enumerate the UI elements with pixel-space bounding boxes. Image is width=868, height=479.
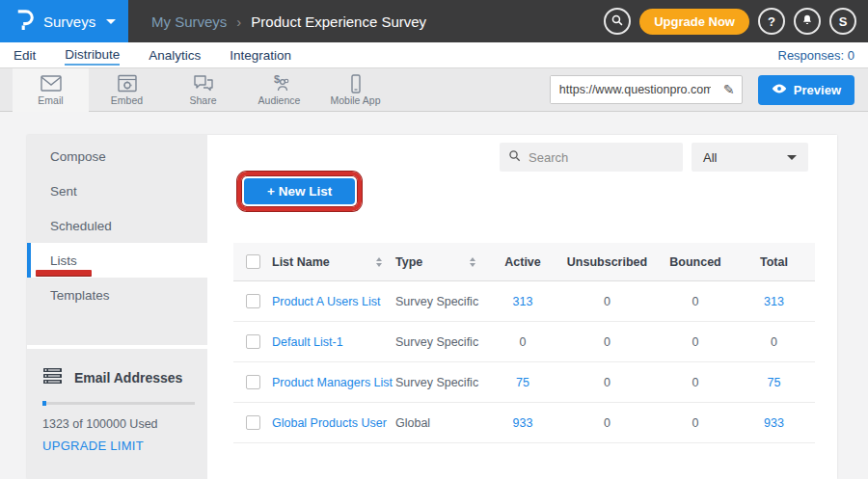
audience-icon: $	[268, 74, 291, 93]
list-type: Survey Specific	[395, 335, 489, 349]
list-name-link[interactable]: Product Managers List	[272, 376, 395, 389]
sidebar-item-compose[interactable]: Compose	[27, 139, 207, 173]
column-header-total: Total	[733, 255, 815, 269]
column-header-list-name[interactable]: List Name	[272, 255, 395, 269]
active-count-link[interactable]: 933	[489, 416, 556, 430]
email-addresses-icon	[42, 367, 63, 387]
table-row: Default List-1 Survey Specific 0 0 0 0	[233, 322, 815, 362]
user-avatar[interactable]: S	[829, 8, 856, 35]
content-card: Compose Sent Scheduled Lists Templates E…	[27, 135, 837, 479]
list-type: Survey Specific	[395, 376, 489, 389]
channel-audience[interactable]: $ Audience	[241, 68, 317, 112]
toolbar-right: ✎ Preview	[550, 75, 868, 105]
chevron-down-icon	[787, 155, 797, 160]
email-sidebar: Compose Sent Scheduled Lists Templates E…	[27, 135, 207, 479]
column-header-active: Active	[489, 255, 556, 269]
total-count: 0	[733, 335, 815, 349]
breadcrumb-my-surveys[interactable]: My Surveys	[151, 13, 227, 30]
eye-icon	[772, 83, 787, 97]
list-type-filter-dropdown[interactable]: All	[692, 143, 808, 172]
active-count-link[interactable]: 75	[489, 376, 556, 389]
total-count-link[interactable]: 313	[733, 295, 815, 308]
table-header-row: List Name Type Active Unsubscribed Bounc…	[233, 243, 815, 281]
bounced-count: 0	[658, 416, 733, 430]
table-row: Product A Users List Survey Specific 313…	[233, 281, 815, 322]
email-usage-progressbar	[42, 402, 195, 405]
search-button[interactable]	[604, 8, 631, 35]
list-type: Global	[395, 416, 489, 430]
help-button[interactable]: ?	[758, 8, 785, 35]
total-count-link[interactable]: 933	[733, 416, 815, 430]
email-usage-text: 1323 of 100000 Used	[42, 417, 192, 431]
upgrade-now-button[interactable]: Upgrade Now	[639, 9, 749, 35]
sidebar-item-templates[interactable]: Templates	[27, 278, 207, 312]
notifications-button[interactable]	[794, 8, 821, 35]
row-checkbox[interactable]	[246, 415, 260, 430]
total-count-link[interactable]: 75	[733, 376, 815, 389]
table-row: Product Managers List Survey Specific 75…	[233, 362, 815, 403]
bounced-count: 0	[658, 335, 733, 349]
bounced-count: 0	[658, 376, 733, 389]
email-addresses-title: Email Addresses	[74, 370, 182, 386]
select-all-checkbox[interactable]	[246, 254, 260, 269]
channel-share[interactable]: Share	[165, 68, 241, 112]
breadcrumb-current-survey: Product Experience Survey	[251, 13, 426, 30]
column-header-bounced: Bounced	[658, 255, 733, 269]
upgrade-limit-link[interactable]: UPGRADE LIMIT	[42, 439, 192, 453]
lists-main-area: All + New List List Name Type	[207, 135, 837, 479]
unsubscribed-count: 0	[556, 335, 658, 349]
column-header-unsubscribed: Unsubscribed	[556, 255, 658, 269]
embed-icon	[117, 74, 138, 93]
top-header: Surveys My Surveys › Product Experience …	[0, 0, 868, 42]
bounced-count: 0	[658, 295, 733, 308]
tab-analytics[interactable]: Analytics	[149, 45, 201, 65]
email-icon	[40, 74, 63, 93]
channel-mobile-app[interactable]: Mobile App	[317, 68, 393, 112]
new-list-button[interactable]: + New List	[244, 178, 355, 204]
breadcrumb: My Surveys › Product Experience Survey	[151, 13, 604, 30]
survey-tab-bar: Edit Distribute Analytics Integration Re…	[0, 42, 868, 68]
channel-embed[interactable]: Embed	[89, 68, 165, 112]
list-type: Survey Specific	[395, 295, 489, 308]
new-list-annotation-ring: + New List	[237, 172, 362, 211]
sidebar-menu: Compose Sent Scheduled Lists Templates	[27, 135, 207, 345]
filter-selected-value: All	[703, 150, 787, 165]
row-checkbox[interactable]	[246, 294, 260, 308]
sort-icon[interactable]	[470, 257, 475, 267]
chevron-down-icon	[106, 19, 116, 24]
mobile-app-icon	[344, 74, 367, 93]
sidebar-item-scheduled[interactable]: Scheduled	[27, 208, 207, 243]
channel-email[interactable]: Email	[13, 68, 89, 112]
search-icon	[508, 149, 521, 165]
share-icon	[192, 74, 215, 93]
row-checkbox[interactable]	[246, 334, 260, 349]
svg-text:$: $	[274, 74, 280, 85]
search-input[interactable]	[529, 150, 698, 165]
sort-icon[interactable]	[376, 257, 382, 267]
list-name-link[interactable]: Global Products User	[272, 416, 395, 430]
breadcrumb-separator: ›	[236, 13, 241, 30]
tab-edit[interactable]: Edit	[14, 45, 36, 65]
active-count-link[interactable]: 313	[489, 295, 556, 308]
unsubscribed-count: 0	[556, 376, 658, 389]
bell-icon	[800, 13, 814, 30]
list-name-link[interactable]: Product A Users List	[272, 295, 395, 308]
sidebar-item-sent[interactable]: Sent	[27, 173, 207, 208]
row-checkbox[interactable]	[246, 375, 260, 389]
preview-button[interactable]: Preview	[758, 75, 854, 105]
email-addresses-panel: Email Addresses 1323 of 100000 Used UPGR…	[27, 349, 207, 479]
tab-integration[interactable]: Integration	[230, 45, 291, 65]
unsubscribed-count: 0	[556, 295, 658, 308]
column-header-type[interactable]: Type	[395, 255, 489, 269]
page-background: Compose Sent Scheduled Lists Templates E…	[0, 112, 868, 479]
tab-distribute[interactable]: Distribute	[65, 44, 120, 66]
survey-url-group: ✎	[550, 75, 743, 104]
list-name-link[interactable]: Default List-1	[272, 335, 395, 349]
search-icon	[610, 13, 624, 30]
product-menu-label: Surveys	[43, 13, 95, 30]
responses-count: Responses: 0	[778, 48, 855, 63]
app-logo[interactable]: Surveys	[0, 0, 128, 42]
edit-url-pencil-icon[interactable]: ✎	[717, 76, 742, 103]
survey-url-input[interactable]	[551, 76, 717, 103]
header-actions: Upgrade Now ? S	[604, 8, 868, 35]
